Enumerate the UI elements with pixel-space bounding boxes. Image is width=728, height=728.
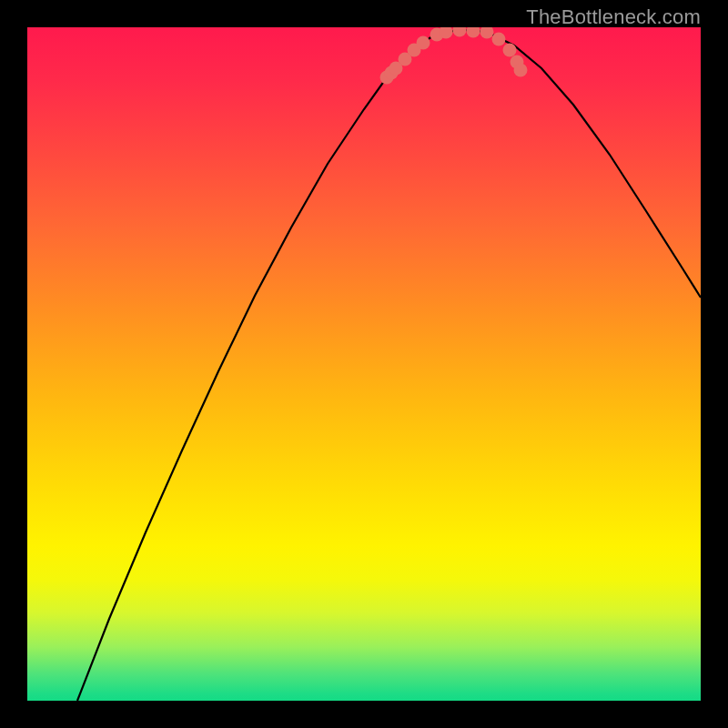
highlight-dot (492, 33, 506, 46)
highlight-dot (453, 27, 467, 37)
highlight-dot (417, 36, 430, 50)
curve-svg (27, 27, 701, 701)
watermark-text: TheBottleneck.com (526, 5, 701, 29)
highlight-dot (467, 27, 480, 38)
highlight-dot (514, 64, 528, 77)
bottleneck-curve (77, 30, 701, 701)
chart-frame: TheBottleneck.com (0, 0, 728, 728)
highlight-dot (480, 27, 494, 39)
highlight-dot (503, 44, 517, 57)
plot-area (27, 27, 701, 701)
highlight-dots-group (380, 27, 528, 85)
